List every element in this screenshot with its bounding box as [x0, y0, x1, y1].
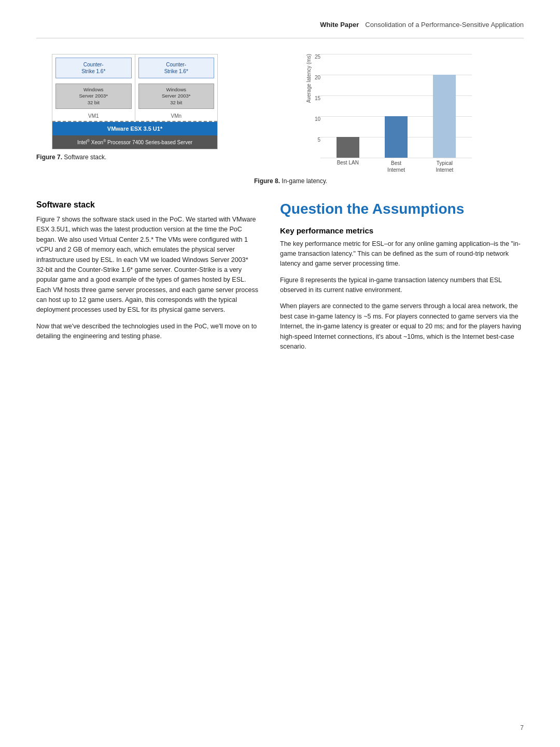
- figure7-caption: Figure 7. Software stack.: [36, 154, 233, 161]
- bars-container: [320, 54, 472, 158]
- bar-group-best-lan: [329, 54, 367, 158]
- software-stack-title: Software stack: [36, 200, 259, 210]
- figure8-caption-bold: Figure 8.: [254, 177, 280, 185]
- software-stack-section: Software stack Figure 7 shows the softwa…: [36, 200, 259, 358]
- header-subtitle: Consolidation of a Performance-Sensitive…: [365, 21, 524, 29]
- software-stack-para1: Figure 7 shows the software stack used i…: [36, 215, 259, 315]
- y-ticks: 25 20 15 10 5: [315, 54, 320, 158]
- figure7-caption-text: Software stack.: [62, 154, 106, 161]
- y-tick-15: 15: [315, 95, 320, 101]
- stack-vms-row: Counter-Strike 1.6* WindowsServer 2003*3…: [52, 54, 217, 122]
- y-tick-20: 20: [315, 75, 320, 80]
- x-labels: Best LAN BestInternet TypicalInternet: [320, 158, 472, 173]
- y-axis-title: Average latency (ms): [306, 54, 312, 103]
- question-para3: When players are connected to the game s…: [280, 301, 524, 352]
- figure8-container: Average latency (ms) 25 20 15 10 5: [254, 54, 524, 185]
- vmn-label: VMn: [135, 111, 218, 121]
- figure8-caption: Figure 8. In-game latency.: [254, 177, 524, 185]
- page: White Paper Consolidation of a Performan…: [0, 0, 560, 747]
- bar-group-best-internet: [377, 54, 415, 158]
- vm1-box: Counter-Strike 1.6* WindowsServer 2003*3…: [52, 54, 135, 121]
- figure7-container: Counter-Strike 1.6* WindowsServer 2003*3…: [36, 54, 233, 161]
- stack-diagram: Counter-Strike 1.6* WindowsServer 2003*3…: [52, 54, 218, 149]
- vm1-os: WindowsServer 2003*32 bit: [55, 84, 132, 109]
- grid-line-0: [320, 158, 472, 158]
- y-tick-25: 25: [315, 54, 320, 60]
- y-tick-10: 10: [315, 116, 320, 122]
- figure7-caption-bold: Figure 7.: [36, 154, 62, 161]
- vmn-box: Counter-Strike 1.6* WindowsServer 2003*3…: [135, 54, 218, 121]
- question-para1: The key performance metric for ESL–or fo…: [280, 239, 524, 269]
- vmn-os: WindowsServer 2003*32 bit: [138, 84, 215, 109]
- figure8-caption-text: In-game latency.: [280, 177, 327, 185]
- bar-best-internet: [385, 116, 408, 158]
- key-performance-title: Key performance metrics: [280, 226, 524, 235]
- bar-best-lan: [337, 137, 359, 158]
- esx-label: VMware ESX 3.5 U1*: [52, 122, 217, 135]
- vm1-label: VM1: [52, 111, 135, 121]
- page-header: White Paper Consolidation of a Performan…: [36, 21, 524, 38]
- x-label-best-lan: Best LAN: [329, 160, 367, 173]
- chart-container: Average latency (ms) 25 20 15 10 5: [306, 54, 472, 173]
- figures-row: Counter-Strike 1.6* WindowsServer 2003*3…: [36, 54, 524, 185]
- page-footer: 7: [520, 724, 524, 731]
- content-row: Software stack Figure 7 shows the softwa…: [36, 200, 524, 358]
- bar-typical-internet: [433, 75, 456, 158]
- white-paper-label: White Paper: [320, 21, 359, 29]
- bar-group-typical-internet: [426, 54, 464, 158]
- vm1-app: Counter-Strike 1.6*: [55, 58, 132, 78]
- chart-grid-area: [320, 54, 472, 158]
- server-label: Intel® Xeon® Processor 7400 Series-based…: [52, 135, 217, 149]
- x-label-best-internet: BestInternet: [377, 160, 415, 173]
- question-section: Question the Assumptions Key performance…: [280, 200, 524, 358]
- chart-plot: Best LAN BestInternet TypicalInternet: [320, 54, 472, 173]
- question-para2: Figure 8 represents the typical in-game …: [280, 275, 524, 296]
- software-stack-para2: Now that we've described the technologie…: [36, 322, 259, 342]
- x-label-typical-internet: TypicalInternet: [426, 160, 464, 173]
- vmn-app: Counter-Strike 1.6*: [138, 58, 215, 78]
- page-number: 7: [520, 724, 524, 731]
- question-main-title: Question the Assumptions: [280, 200, 524, 218]
